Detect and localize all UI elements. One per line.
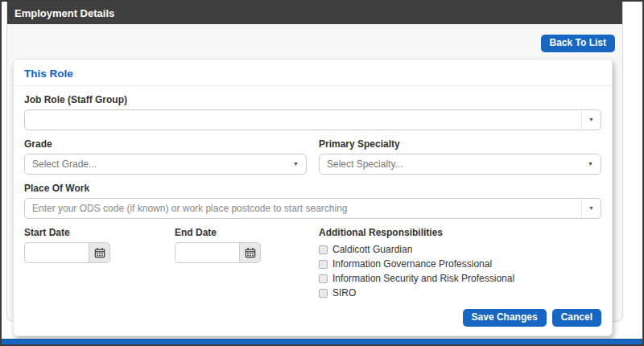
footer-bar xyxy=(2,339,642,344)
checkbox-caldicott-guardian[interactable] xyxy=(319,245,328,254)
chevron-down-icon: ▼ xyxy=(293,161,306,167)
grade-value: Select Grade... xyxy=(25,159,293,170)
checkbox-label: Information Security and Risk Profession… xyxy=(332,273,514,284)
cancel-button[interactable]: Cancel xyxy=(552,309,601,327)
start-date-calendar-button[interactable] xyxy=(89,242,110,263)
checkbox-information-governance-professional[interactable] xyxy=(319,260,328,269)
card-title: This Role xyxy=(24,68,73,80)
toolbar: Back To List xyxy=(7,24,622,59)
chevron-down-icon[interactable]: ▼ xyxy=(581,199,601,218)
place-of-work-combobox: ▼ xyxy=(24,198,601,219)
checkbox-row-information-governance-professional[interactable]: Information Governance Professional xyxy=(319,259,601,270)
primary-specialty-select[interactable]: Select Specialty... ▼ xyxy=(319,154,601,175)
end-date-group: End Date xyxy=(175,219,261,263)
start-date-label: Start Date xyxy=(24,227,110,238)
card-body: Job Role (Staff Group) ▼ Grade Select Gr… xyxy=(14,94,612,327)
card-header: This Role xyxy=(14,60,612,86)
checkbox-row-siro[interactable]: SIRO xyxy=(319,288,601,299)
grade-label: Grade xyxy=(24,138,307,150)
place-of-work-label: Place Of Work xyxy=(24,183,601,194)
chevron-down-icon[interactable]: ▼ xyxy=(581,110,601,130)
end-date-label: End Date xyxy=(175,227,261,238)
this-role-card: This Role Job Role (Staff Group) ▼ Grade… xyxy=(13,59,613,336)
save-changes-button[interactable]: Save Changes xyxy=(463,309,547,327)
calendar-icon xyxy=(245,247,256,258)
form-actions: Save Changes Cancel xyxy=(24,309,601,327)
chevron-down-icon: ▼ xyxy=(588,161,601,167)
calendar-icon xyxy=(94,247,105,258)
checkbox-row-information-security-and-risk-professional[interactable]: Information Security and Risk Profession… xyxy=(319,274,601,284)
back-to-list-button[interactable]: Back To List xyxy=(541,35,615,52)
checkbox-label: Information Governance Professional xyxy=(332,258,492,270)
panel-header: Employment Details xyxy=(7,2,622,24)
place-of-work-input[interactable] xyxy=(25,203,581,214)
primary-specialty-label: Primary Specialty xyxy=(319,138,601,150)
end-date-input[interactable] xyxy=(175,242,239,263)
checkbox-label: Caldicott Guardian xyxy=(332,244,412,255)
checkbox-information-security-and-risk-professional[interactable] xyxy=(319,274,328,283)
job-role-select[interactable]: ▼ xyxy=(24,109,601,130)
additional-responsibilities-label: Additional Responsibilities xyxy=(319,227,601,238)
employment-details-panel: Employment Details Back To List This Rol… xyxy=(6,2,623,322)
grade-select[interactable]: Select Grade... ▼ xyxy=(24,154,307,175)
checkbox-row-caldicott-guardian[interactable]: Caldicott Guardian xyxy=(319,245,601,255)
checkbox-siro[interactable] xyxy=(319,289,328,298)
primary-specialty-value: Select Specialty... xyxy=(320,159,588,170)
checkbox-label: SIRO xyxy=(332,287,356,299)
start-date-input[interactable] xyxy=(24,242,89,263)
start-date-group: Start Date xyxy=(24,219,110,263)
job-role-label: Job Role (Staff Group) xyxy=(24,94,601,105)
end-date-calendar-button[interactable] xyxy=(239,242,261,263)
page-title: Employment Details xyxy=(14,7,114,19)
